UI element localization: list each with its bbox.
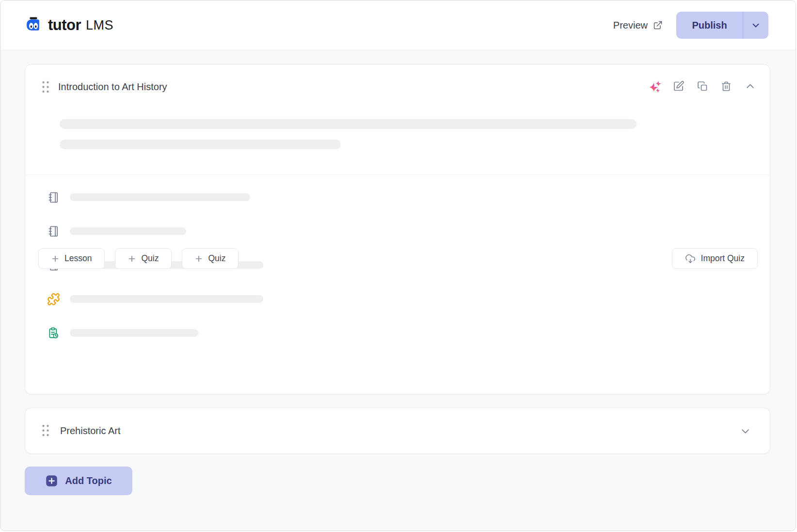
topic-card-expanded: Introduction to Art History [25,64,770,394]
edit-pencil-icon [673,80,685,92]
content-item-lesson[interactable] [25,219,770,243]
cloud-download-icon [685,253,696,264]
app-window: tutor LMS Preview Publish [0,0,796,531]
item-title-placeholder [70,329,198,337]
add-quiz-button[interactable]: Quiz [182,248,239,269]
description-line-placeholder [60,140,341,149]
item-title-placeholder [70,193,250,201]
topic-actions [649,80,756,93]
expand-topic-button[interactable] [739,424,751,437]
puzzle-icon [47,292,60,306]
chevron-up-icon [745,81,756,92]
owl-logo-icon [25,16,43,34]
brand-name-primary: tutor [48,16,81,34]
plus-icon [128,255,136,263]
item-title-placeholder [70,227,186,235]
topic-description-placeholder [60,119,637,160]
topic-footer: Lesson Quiz Quiz Import Quiz [38,248,758,269]
edit-topic-button[interactable] [672,80,685,93]
add-quiz-button[interactable]: Quiz [115,248,172,269]
button-label: Lesson [64,253,92,264]
chevron-down-icon [740,425,751,437]
add-content-buttons: Lesson Quiz Quiz [38,248,758,269]
drag-handle-icon[interactable] [41,424,50,437]
delete-topic-button[interactable] [720,80,733,93]
plus-square-icon [45,474,58,487]
brand-name-secondary: LMS [86,18,113,33]
duplicate-topic-button[interactable] [696,80,709,93]
copy-icon [697,80,708,92]
content-item-quiz[interactable] [25,287,770,311]
collapse-topic-button[interactable] [744,80,756,93]
topic-title: Introduction to Art History [58,79,167,94]
topic-header: Introduction to Art History [25,64,770,175]
trash-icon [720,80,732,92]
topic-content: Lesson Quiz Quiz Import Quiz [25,186,770,405]
plus-icon [195,255,203,263]
clipboard-clock-icon [47,326,60,340]
description-line-placeholder [60,119,637,129]
drag-handle-icon[interactable] [41,80,50,94]
top-bar: tutor LMS Preview Publish [0,0,796,50]
add-lesson-button[interactable]: Lesson [38,248,105,269]
publish-button[interactable]: Publish [676,12,743,39]
external-link-icon [653,20,663,30]
topic-card-collapsed[interactable]: Prehistoric Art [25,407,770,454]
plus-icon [51,255,59,263]
brand-logo: tutor LMS [25,16,113,34]
content-item-assignment[interactable] [25,321,770,344]
course-builder-area: Introduction to Art History [1,50,795,530]
preview-button[interactable]: Preview [613,20,663,31]
ai-generate-button[interactable] [649,80,661,93]
import-quiz-button[interactable]: Import Quiz [672,248,758,269]
item-title-placeholder [70,295,263,303]
button-label: Quiz [141,253,159,264]
add-topic-button[interactable]: Add Topic [25,467,132,495]
publish-split-button: Publish [676,12,768,39]
ai-sparkles-icon [649,80,662,93]
content-item-lesson[interactable] [25,186,770,209]
preview-label: Preview [613,20,648,31]
add-topic-label: Add Topic [65,475,112,486]
button-label: Quiz [208,253,225,264]
import-quiz-label: Import Quiz [701,253,745,264]
topic-title: Prehistoric Art [60,425,120,437]
chevron-down-icon [750,20,761,31]
notebook-icon [47,224,60,238]
notebook-icon [47,190,60,204]
publish-dropdown-button[interactable] [743,12,768,39]
top-bar-actions: Preview Publish [613,12,768,39]
